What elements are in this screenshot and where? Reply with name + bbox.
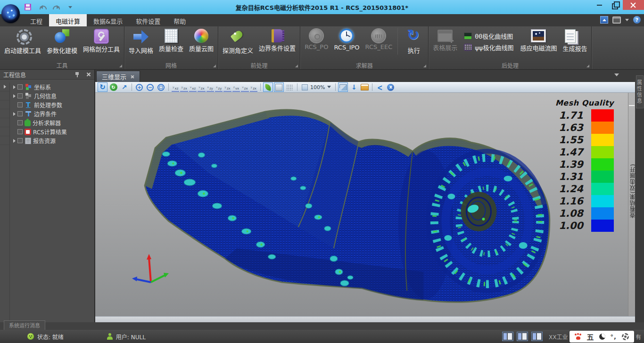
psi-polarization-curve-button[interactable]: ψψ极化曲线图	[464, 43, 513, 52]
zoom-fit-button[interactable]	[156, 82, 166, 92]
menu-tab-help[interactable]: 帮助	[167, 14, 192, 26]
checkbox[interactable]	[17, 84, 23, 90]
menu-tab-row: 工程电磁计算数据&显示软件设置帮助	[0, 14, 644, 26]
display-dropdown-icon[interactable]	[625, 19, 629, 23]
help-icon[interactable]	[633, 16, 641, 24]
view-orientation-button[interactable]: xzy	[206, 82, 214, 92]
ime-moon-icon[interactable]	[599, 334, 605, 340]
tab-3d-display[interactable]: 三维显示	[96, 71, 140, 82]
expander-icon[interactable]	[13, 85, 16, 89]
layout-bottom-button[interactable]	[531, 332, 543, 341]
ime-scheme-label[interactable]: 五	[587, 332, 594, 342]
layout-split-button[interactable]	[517, 332, 528, 341]
quality-check-button[interactable]: 质量检查	[156, 28, 186, 53]
expander-icon[interactable]	[13, 112, 16, 116]
tree-item-geometry-info[interactable]: 几何信息	[10, 91, 94, 100]
detection-angle-definition-button[interactable]: 探测角定义	[220, 28, 256, 55]
dialog-launcher-icon[interactable]	[295, 65, 298, 67]
wireframe-points-button[interactable]	[285, 82, 295, 92]
view-orientation-button[interactable]: yzx	[223, 82, 231, 92]
surface-display-button[interactable]	[274, 82, 284, 92]
view-orientation-button[interactable]: vxz	[189, 82, 197, 92]
table-display-button[interactable]: 表格展示	[430, 28, 460, 52]
tab-close-icon[interactable]	[131, 75, 134, 79]
tree-item-rcs-results[interactable]: RCS计算结果	[10, 127, 94, 136]
parametric-modeling-button[interactable]: 参数化建模	[44, 28, 80, 55]
launch-modeling-tool-button[interactable]: 启动建模工具	[1, 28, 44, 55]
view-orientation-button[interactable]: yzx	[250, 82, 257, 92]
menu-tab-em-computation[interactable]: 电磁计算	[49, 14, 87, 26]
checkbox[interactable]	[17, 93, 23, 98]
dialog-launcher-icon[interactable]	[213, 65, 216, 67]
view-orientation-button[interactable]: yxz	[172, 82, 179, 92]
restore-button[interactable]	[607, 0, 623, 10]
menu-tab-software-settings[interactable]: 软件设置	[129, 14, 167, 26]
view-orientation-button[interactable]: xzy	[215, 82, 223, 92]
rcs-eec-button[interactable]: RCS_EEC	[363, 28, 396, 50]
tree-item-report-resources[interactable]: 报告资源	[10, 136, 94, 145]
import-mesh-button[interactable]: 导入网格	[126, 28, 156, 55]
share-flow-button[interactable]	[375, 82, 385, 92]
checkbox[interactable]	[17, 138, 23, 143]
tree-item-coordinate-system[interactable]: 坐标系	[10, 82, 94, 91]
rcs-po-button[interactable]: RCS_PO	[302, 28, 331, 50]
pin-icon[interactable]	[75, 72, 80, 78]
checkbox[interactable]	[17, 120, 23, 125]
collapse-ribbon-icon[interactable]	[600, 16, 608, 24]
quality-cloud-map-button[interactable]: 质量云图	[186, 28, 216, 53]
properties-tab[interactable]: 属性信息	[636, 75, 644, 108]
ime-paw-icon[interactable]	[575, 334, 582, 340]
checkbox[interactable]	[17, 111, 23, 116]
view-orientation-button[interactable]: vzx	[198, 82, 205, 92]
export-down-button[interactable]	[349, 82, 359, 92]
tree-item-analysis-solver[interactable]: 分析求解器	[10, 118, 94, 127]
tree-item-boundary-conditions[interactable]: 边界条件	[10, 109, 94, 118]
display-style-icon[interactable]	[612, 16, 621, 24]
expander-icon[interactable]	[13, 94, 16, 98]
dialog-launcher-icon[interactable]	[119, 65, 122, 67]
execute-button[interactable]: 执行	[397, 28, 427, 55]
tab-overflow-icon[interactable]	[614, 74, 619, 79]
minimize-button[interactable]	[592, 0, 607, 10]
panel-close-icon[interactable]	[86, 72, 91, 77]
zoom-out-button[interactable]	[145, 82, 155, 92]
zoom-level-select[interactable]: 100%	[300, 82, 333, 92]
checkbox[interactable]	[17, 129, 23, 134]
ime-gear-icon[interactable]	[622, 333, 629, 340]
viewport-3d-canvas[interactable]: Mesh Quality 1.711.631.551.471.391.311.2…	[95, 93, 628, 316]
app-logo-icon[interactable]	[1, 4, 20, 23]
cancel-button[interactable]	[386, 82, 396, 92]
checkbox[interactable]	[17, 102, 23, 107]
results-collapsed-bar[interactable]: 查看结果(双击展开)	[628, 93, 635, 316]
smooth-shading-button[interactable]	[263, 82, 273, 92]
rotate-view-button[interactable]	[98, 82, 107, 92]
theta-polarization-curve-button[interactable]: θθ极化曲线图	[464, 32, 513, 41]
status-state-label: 状态: 就绪	[37, 333, 64, 341]
view-orientation-button[interactable]: zvx	[232, 82, 240, 92]
boundary-condition-settings-button[interactable]: 边界条件设置	[256, 28, 298, 52]
rcs-ipo-button[interactable]: RCS_IPO	[331, 28, 362, 51]
view-orientation-button[interactable]: yzx	[180, 82, 188, 92]
system-message-tab[interactable]: 系统运行消息	[4, 320, 45, 330]
open-folder-button[interactable]	[360, 82, 370, 92]
ime-toolbar[interactable]: 五 °,	[570, 331, 634, 343]
ime-punctuation-label[interactable]: °,	[611, 333, 617, 340]
mesh-partition-tool-button[interactable]: 网格剖分工具	[80, 28, 123, 53]
layout-left-button[interactable]	[502, 332, 513, 341]
menu-tab-project[interactable]: 工程	[24, 14, 49, 26]
expander-icon[interactable]	[13, 139, 16, 143]
generate-report-button[interactable]: 生成报告	[560, 28, 590, 53]
close-button[interactable]	[623, 0, 644, 10]
tree-item-preprocess-params[interactable]: 前处理参数	[10, 100, 94, 109]
horizontal-scrollbar[interactable]	[95, 316, 635, 322]
dialog-launcher-icon[interactable]	[423, 65, 426, 67]
zoom-in-button[interactable]	[134, 82, 144, 92]
expander-icon[interactable]	[4, 85, 6, 89]
menu-tab-data-display[interactable]: 数据&显示	[87, 14, 129, 26]
induced-em-current-map-button[interactable]: 感应电磁流图	[517, 28, 560, 52]
dialog-launcher-icon[interactable]	[586, 65, 589, 67]
pan-view-button[interactable]	[119, 82, 129, 92]
orbit-view-button[interactable]	[108, 82, 118, 92]
snapshot-button[interactable]	[338, 82, 348, 92]
view-orientation-button[interactable]: vzx	[241, 82, 248, 92]
